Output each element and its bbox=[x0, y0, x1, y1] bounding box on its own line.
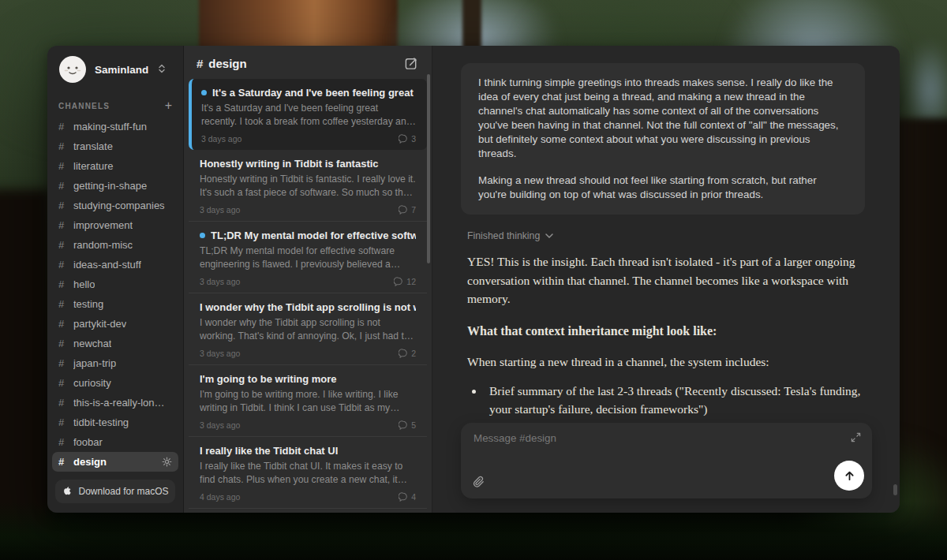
message-composer bbox=[461, 423, 872, 498]
hash-icon: # bbox=[58, 219, 67, 231]
comment-bubble-icon bbox=[399, 134, 408, 144]
workspace-switcher[interactable]: Saminland bbox=[47, 46, 183, 91]
sidebar-item-this-is-a-really-long[interactable]: #this-is-a-really-lon… bbox=[52, 393, 178, 413]
sidebar-item-ideas-and-stuff[interactable]: #ideas-and-stuff bbox=[52, 255, 178, 274]
paperclip-icon[interactable] bbox=[472, 476, 485, 489]
unread-dot bbox=[201, 90, 207, 95]
comment-count: 3 bbox=[399, 134, 416, 144]
thread-item[interactable]: I'm going to be writing more I'm going t… bbox=[189, 365, 427, 437]
sidebar-item-improvement[interactable]: #improvement bbox=[52, 215, 178, 235]
hash-icon: # bbox=[58, 397, 67, 409]
thread-item[interactable]: It's a Saturday and I've been feeling gr… bbox=[189, 79, 427, 150]
hash-icon: # bbox=[58, 357, 67, 369]
chevron-up-down-icon bbox=[158, 63, 166, 77]
hash-icon: # bbox=[58, 436, 67, 448]
hash-icon: # bbox=[58, 377, 67, 389]
thread-list: It's a Saturday and I've been feeling gr… bbox=[184, 77, 432, 513]
thread-list-panel: #design It's a Saturday and I've been fe… bbox=[184, 46, 432, 513]
thread-timestamp: 3 days ago bbox=[200, 277, 240, 286]
hash-icon: # bbox=[58, 338, 67, 349]
sidebar-item-japan-trip[interactable]: #japan-trip bbox=[52, 353, 178, 373]
sidebar-item-partykit-dev[interactable]: #partykit-dev bbox=[52, 314, 178, 334]
sidebar-item-hello[interactable]: #hello bbox=[52, 274, 178, 294]
sidebar-item-design[interactable]: # design bbox=[52, 452, 178, 472]
finished-thinking-toggle[interactable]: Finished thinking bbox=[467, 230, 865, 241]
app-window: Saminland CHANNELS + #making-stuff-fun #… bbox=[47, 46, 900, 513]
unread-dot bbox=[200, 233, 205, 238]
chevron-down-icon bbox=[545, 233, 553, 238]
thread-item[interactable]: I wonder why the Tidbit app scrolling is… bbox=[189, 293, 427, 365]
sidebar-item-newchat[interactable]: #newchat bbox=[52, 334, 178, 353]
gear-icon[interactable] bbox=[162, 457, 172, 467]
message-input[interactable] bbox=[474, 432, 840, 464]
channels-header: CHANNELS + bbox=[47, 99, 183, 112]
thread-timestamp: 3 days ago bbox=[200, 205, 240, 215]
sidebar-item-foobar[interactable]: #foobar bbox=[52, 432, 178, 452]
bullet-item: Brief summary of the last 2-3 threads ("… bbox=[485, 382, 865, 419]
hash-icon: # bbox=[58, 239, 67, 251]
hash-icon: # bbox=[58, 200, 67, 211]
download-label: Download for macOS bbox=[78, 486, 168, 497]
add-channel-button[interactable]: + bbox=[165, 99, 172, 112]
comment-bubble-icon bbox=[394, 277, 403, 286]
workspace-name: Saminland bbox=[95, 64, 148, 76]
sidebar-item-translate[interactable]: #translate bbox=[52, 136, 178, 156]
sidebar-item-getting-in-shape[interactable]: #getting-in-shape bbox=[52, 176, 178, 196]
channels-label: CHANNELS bbox=[58, 102, 110, 110]
hash-icon: # bbox=[58, 278, 67, 290]
user-message: I think turning simple greetings into th… bbox=[461, 63, 865, 215]
comment-count: 7 bbox=[399, 205, 416, 215]
hash-icon: # bbox=[58, 180, 67, 192]
scrollbar-thumb[interactable] bbox=[893, 484, 897, 495]
thread-timestamp: 3 days ago bbox=[200, 420, 240, 430]
thread-item[interactable]: TL;DR My mental model for effective soft… bbox=[189, 222, 427, 293]
sidebar: Saminland CHANNELS + #making-stuff-fun #… bbox=[47, 46, 184, 513]
new-thread-button[interactable] bbox=[404, 56, 419, 71]
send-button[interactable] bbox=[834, 461, 864, 491]
hash-icon: # bbox=[197, 57, 203, 70]
hash-icon: # bbox=[58, 318, 67, 330]
apple-icon bbox=[62, 487, 72, 497]
chat-panel: I think turning simple greetings into th… bbox=[432, 46, 900, 513]
hash-icon: # bbox=[58, 121, 67, 133]
thread-panel-header: #design bbox=[184, 46, 432, 77]
comment-count: 4 bbox=[399, 492, 416, 502]
comment-count: 5 bbox=[399, 420, 416, 430]
workspace-avatar bbox=[58, 55, 87, 84]
channel-title: #design bbox=[197, 57, 247, 70]
hash-icon: # bbox=[58, 259, 67, 271]
sidebar-item-curiosity[interactable]: #curiosity bbox=[52, 373, 178, 393]
hash-icon: # bbox=[58, 140, 67, 152]
sidebar-item-testing[interactable]: #testing bbox=[52, 294, 178, 314]
sidebar-item-tidbit-testing[interactable]: #tidbit-testing bbox=[52, 413, 178, 432]
hash-icon: # bbox=[58, 456, 67, 468]
comment-count: 2 bbox=[399, 349, 416, 358]
expand-composer-icon[interactable] bbox=[851, 432, 861, 442]
sidebar-item-studying-companies[interactable]: #studying-companies bbox=[52, 196, 178, 215]
assistant-heading: What that context inheritance might look… bbox=[467, 322, 865, 341]
hash-icon: # bbox=[58, 416, 67, 428]
hash-icon: # bbox=[58, 160, 67, 172]
comment-count: 12 bbox=[394, 277, 416, 286]
thread-timestamp: 3 days ago bbox=[201, 134, 241, 144]
thread-timestamp: 4 days ago bbox=[200, 492, 240, 502]
thread-item[interactable]: It's fast It's fast. It's native. The ty… bbox=[189, 509, 427, 513]
thread-timestamp: 3 days ago bbox=[200, 349, 240, 358]
hash-icon: # bbox=[58, 298, 67, 310]
comment-bubble-icon bbox=[399, 420, 408, 430]
channel-list: #making-stuff-fun #translate #literature… bbox=[47, 117, 183, 475]
download-macos-button[interactable]: Download for macOS bbox=[55, 480, 175, 503]
comment-bubble-icon bbox=[399, 205, 408, 215]
comment-bubble-icon bbox=[399, 349, 408, 358]
thread-item[interactable]: I really like the Tidbit chat UI I reall… bbox=[189, 437, 427, 509]
sidebar-item-random-misc[interactable]: #random-misc bbox=[52, 235, 178, 255]
sidebar-item-literature[interactable]: #literature bbox=[52, 156, 178, 176]
thread-item[interactable]: Honestly writing in Tidbit is fantastic … bbox=[189, 150, 427, 222]
sidebar-item-wow[interactable]: #wow bbox=[52, 472, 178, 475]
comment-bubble-icon bbox=[399, 492, 408, 502]
scrollbar-thumb[interactable] bbox=[427, 74, 430, 263]
arrow-up-icon bbox=[844, 470, 855, 482]
sidebar-item-making-stuff-fun[interactable]: #making-stuff-fun bbox=[52, 117, 178, 136]
